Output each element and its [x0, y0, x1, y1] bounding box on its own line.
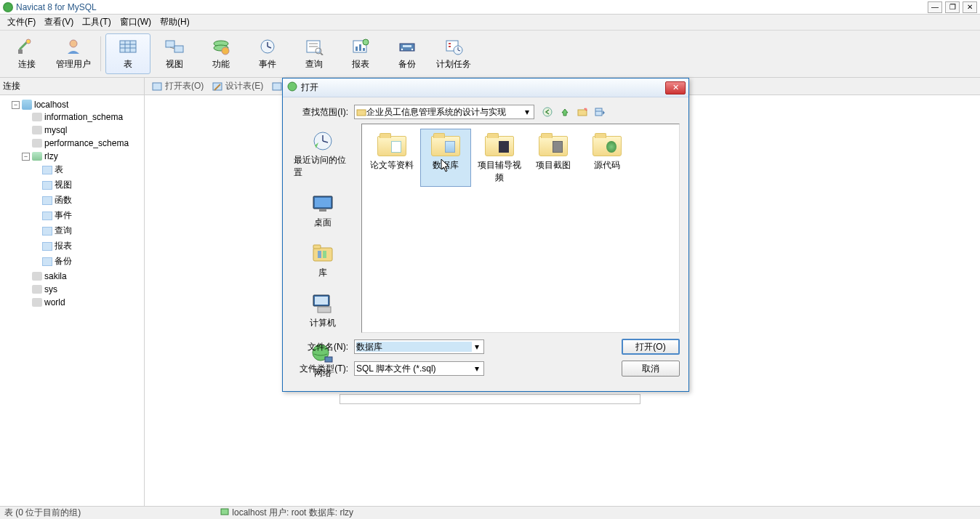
- server-icon: [220, 507, 229, 518]
- backup-icon: [397, 38, 417, 55]
- close-button[interactable]: ✕: [963, 1, 977, 13]
- events-icon: [42, 212, 52, 220]
- svg-rect-42: [357, 110, 366, 116]
- db-icon: [32, 285, 42, 294]
- status-mid: localhost 用户: root 数据库: rlzy: [220, 507, 353, 519]
- filename-label: 文件名(N):: [290, 341, 348, 353]
- filetype-combo[interactable]: ▾: [354, 361, 484, 376]
- new-folder-button[interactable]: [575, 105, 590, 119]
- svg-rect-55: [313, 245, 321, 249]
- svg-point-13: [222, 47, 229, 55]
- tool-view[interactable]: 视图: [152, 33, 197, 74]
- tree-server-localhost[interactable]: − localhost: [12, 99, 142, 110]
- menu-tools[interactable]: 工具(T): [78, 15, 115, 30]
- folder-item-4[interactable]: 源代码: [582, 129, 632, 187]
- lookin-combo[interactable]: ▾: [354, 105, 534, 119]
- filename-input[interactable]: [356, 342, 472, 352]
- svg-rect-24: [359, 44, 361, 51]
- svg-rect-52: [315, 198, 331, 207]
- svg-rect-9: [174, 46, 183, 52]
- menu-window[interactable]: 窗口(W): [116, 15, 156, 30]
- folder-icon: [391, 141, 401, 153]
- tool-users[interactable]: 管理用户: [51, 33, 96, 74]
- tree-node-reports[interactable]: 报表: [32, 239, 142, 253]
- tool-connect[interactable]: 连接: [4, 33, 49, 74]
- tool-report[interactable]: 报表: [338, 33, 383, 74]
- cancel-button[interactable]: 取消: [622, 361, 680, 377]
- lookin-input[interactable]: [366, 107, 522, 117]
- tree-node-queries[interactable]: 查询: [32, 224, 142, 238]
- tree-db-rlzy[interactable]: −rlzy: [22, 150, 142, 162]
- svg-point-43: [543, 108, 552, 116]
- tree-node-views[interactable]: 视图: [32, 178, 142, 192]
- folder-item-1[interactable]: 数据库: [420, 129, 471, 187]
- svg-rect-3: [120, 41, 136, 52]
- svg-rect-57: [323, 251, 326, 258]
- open-table-button[interactable]: 打开表(O): [152, 80, 204, 92]
- menu-file[interactable]: 文件(F): [3, 15, 40, 30]
- svg-rect-56: [318, 251, 321, 258]
- desktop-icon: [310, 192, 335, 215]
- main-toolbar: 连接 管理用户 表 视图 功能 事件 查询 报表 备份 计划任务: [0, 31, 980, 78]
- dialog-titlebar[interactable]: 打开 ✕: [283, 79, 688, 97]
- tree-db-performance-schema[interactable]: performance_schema: [22, 137, 142, 149]
- tree-db-sys[interactable]: sys: [22, 283, 142, 295]
- folder-item-2[interactable]: 项目辅导视频: [474, 129, 525, 187]
- design-table-button[interactable]: 设计表(E): [212, 80, 263, 92]
- tree-node-functions[interactable]: 函数: [32, 193, 142, 207]
- tool-schedule[interactable]: 计划任务: [431, 33, 476, 74]
- filetype-input[interactable]: [356, 363, 472, 374]
- dropdown-icon[interactable]: ▾: [472, 363, 482, 374]
- tool-function[interactable]: 功能: [198, 33, 244, 74]
- tool-query[interactable]: 查询: [292, 33, 337, 74]
- db-icon: [32, 152, 42, 161]
- tool-table[interactable]: 表: [105, 33, 150, 74]
- db-icon: [32, 126, 42, 134]
- recent-icon: [310, 129, 335, 153]
- db-icon: [32, 113, 42, 121]
- user-icon: [63, 38, 84, 55]
- svg-point-45: [585, 108, 587, 110]
- dialog-icon: [287, 81, 297, 94]
- tree-node-tables[interactable]: 表: [32, 163, 142, 177]
- up-button[interactable]: [558, 105, 572, 119]
- open-button[interactable]: 打开(O): [622, 339, 680, 355]
- tree-db-world[interactable]: world: [22, 297, 142, 308]
- folder-item-3[interactable]: 项目截图: [528, 129, 579, 187]
- connections-header: 连接: [0, 78, 145, 94]
- tree-node-backups[interactable]: 备份: [32, 254, 142, 268]
- filetype-label: 文件类型(T):: [290, 363, 348, 375]
- toolbar-separator: [100, 36, 101, 71]
- tool-backup[interactable]: 备份: [385, 33, 430, 74]
- place-desktop[interactable]: 桌面: [294, 189, 352, 232]
- maximize-button[interactable]: ❐: [945, 1, 960, 13]
- svg-rect-53: [319, 209, 326, 212]
- db-icon: [32, 298, 42, 307]
- file-list[interactable]: 论文等资料 数据库 项目辅导视频 项目截图 源代码: [361, 124, 680, 333]
- dropdown-icon[interactable]: ▾: [472, 342, 482, 352]
- tree-node-events[interactable]: 事件: [32, 209, 142, 222]
- tree-db-mysql[interactable]: mysql: [22, 124, 142, 136]
- app-icon: [3, 2, 13, 12]
- computer-icon: [310, 292, 335, 315]
- tree-db-sakila[interactable]: sakila: [22, 270, 142, 282]
- place-library[interactable]: 库: [294, 239, 352, 282]
- place-recent[interactable]: 最近访问的位置: [294, 126, 352, 182]
- menu-help[interactable]: 帮助(H): [156, 15, 194, 30]
- svg-rect-25: [363, 48, 365, 51]
- dropdown-icon[interactable]: ▾: [522, 107, 532, 117]
- filename-combo[interactable]: ▾: [354, 339, 484, 354]
- backup-icon: [42, 257, 52, 266]
- view-menu-button[interactable]: [593, 105, 607, 119]
- minimize-button[interactable]: —: [928, 1, 942, 13]
- connection-tree[interactable]: − localhost information_schema mysql per…: [0, 95, 145, 506]
- back-button[interactable]: [540, 105, 555, 119]
- folder-item-0[interactable]: 论文等资料: [366, 129, 417, 187]
- tool-event[interactable]: 事件: [245, 33, 290, 74]
- place-computer[interactable]: 计算机: [294, 289, 352, 332]
- dialog-close-button[interactable]: ✕: [665, 81, 686, 94]
- tree-db-information-schema[interactable]: information_schema: [22, 111, 142, 123]
- svg-line-21: [321, 53, 323, 55]
- func-icon: [211, 38, 231, 55]
- menu-view[interactable]: 查看(V): [40, 15, 78, 30]
